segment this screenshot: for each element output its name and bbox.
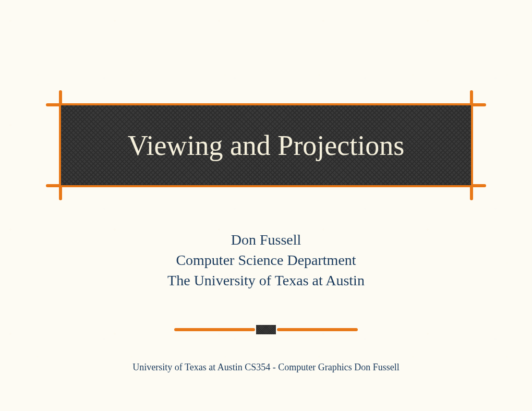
divider-line-left [174, 328, 255, 331]
title-box: Viewing and Projections [59, 103, 473, 187]
subtitle-block: Don Fussell Computer Science Department … [0, 229, 532, 291]
slide: Viewing and Projections Don Fussell Comp… [0, 0, 532, 411]
divider-center [256, 325, 276, 334]
footer-text: University of Texas at Austin CS354 - Co… [0, 362, 532, 373]
author-name: Don Fussell [0, 229, 532, 250]
university: The University of Texas at Austin [0, 270, 532, 291]
department: Computer Science Department [0, 250, 532, 270]
slide-title: Viewing and Projections [128, 129, 405, 162]
divider-line-right [277, 328, 358, 331]
divider-icon [174, 325, 358, 334]
title-container: Viewing and Projections [46, 90, 486, 200]
